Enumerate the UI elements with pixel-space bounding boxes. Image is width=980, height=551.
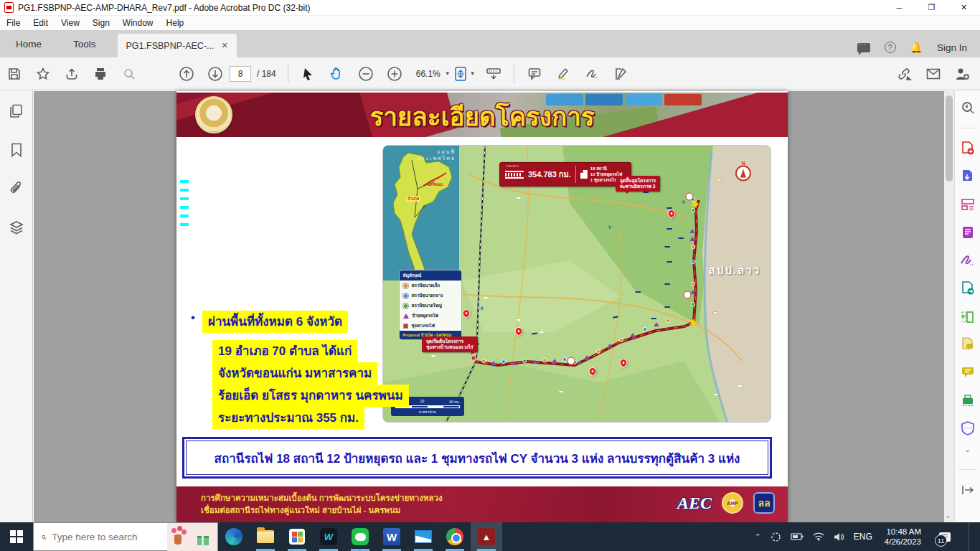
minimize-button[interactable]: ─ xyxy=(883,0,915,16)
fit-dropdown-arrow-icon[interactable]: ▼ xyxy=(470,70,476,77)
fill-sign-icon[interactable] xyxy=(610,63,631,85)
taskbar-edge[interactable] xyxy=(218,522,250,551)
menu-item[interactable]: Help xyxy=(160,17,191,29)
notifications-bell-icon[interactable]: 🔔 xyxy=(910,42,923,53)
tab-tools[interactable]: Tools xyxy=(57,30,112,57)
vertical-scrollbar[interactable]: ⌄ xyxy=(944,91,954,522)
taskbar-store[interactable] xyxy=(281,522,313,551)
teams-tray-icon[interactable] xyxy=(771,532,781,542)
print-icon[interactable] xyxy=(90,63,111,85)
action-center-button[interactable]: 11 xyxy=(930,522,959,551)
tab-close-icon[interactable]: ✕ xyxy=(221,41,227,50)
bridge-side-label xyxy=(716,179,722,182)
menu-item[interactable]: File xyxy=(0,17,27,29)
language-indicator[interactable]: ENG xyxy=(854,532,872,542)
scan-ocr-icon[interactable] xyxy=(960,392,976,408)
page-thumbnails-icon[interactable] xyxy=(9,104,24,118)
station-marker-icon xyxy=(619,338,623,342)
bookmarks-icon[interactable] xyxy=(11,143,22,157)
share-upload-icon[interactable] xyxy=(61,63,83,85)
crop-pages-icon[interactable] xyxy=(960,309,976,324)
link-share-icon[interactable] xyxy=(894,63,915,85)
sign-in-button[interactable]: Sign In xyxy=(937,42,967,53)
previous-page-icon[interactable] xyxy=(176,63,197,85)
more-tools-chevron-icon[interactable]: ⌄ xyxy=(960,441,976,457)
menu-item[interactable]: Sign xyxy=(86,17,116,29)
zoom-in-icon[interactable] xyxy=(384,63,405,85)
search-seasonal-image[interactable] xyxy=(167,523,217,551)
show-desktop-strip[interactable] xyxy=(969,522,973,551)
next-page-icon[interactable] xyxy=(204,63,226,85)
taskbar-word[interactable]: W xyxy=(376,522,407,551)
send-for-comments-icon[interactable] xyxy=(960,281,976,296)
station-marker-icon xyxy=(501,359,506,364)
station-marker-icon xyxy=(689,237,695,241)
email-icon[interactable] xyxy=(923,63,944,85)
clock[interactable]: 10:48 AM 4/26/2023 xyxy=(885,527,921,547)
organize-pages-icon[interactable] xyxy=(960,197,976,212)
menu-item[interactable]: Edit xyxy=(27,17,55,29)
station-pill-label xyxy=(664,283,670,285)
station-marker-icon xyxy=(691,302,695,306)
menu-item[interactable]: View xyxy=(55,17,86,29)
maximize-button[interactable]: ❐ xyxy=(915,0,948,16)
taskbar-file-explorer[interactable] xyxy=(250,522,281,551)
wifi-icon[interactable] xyxy=(813,532,824,541)
tab-document[interactable]: PG1.FSBPNP-AEC-... ✕ xyxy=(118,34,237,57)
save-icon[interactable] xyxy=(4,63,25,85)
start-button[interactable] xyxy=(0,522,33,551)
tab-home[interactable]: Home xyxy=(0,30,57,57)
intro-line xyxy=(180,197,189,200)
taskbar-webex[interactable]: W xyxy=(313,522,344,551)
menu-item[interactable]: Window xyxy=(116,17,160,29)
battery-icon[interactable] xyxy=(791,532,804,541)
station-marker-icon xyxy=(666,319,670,323)
taskbar-line[interactable] xyxy=(344,522,376,551)
intro-line xyxy=(180,215,189,217)
distance-banner: ระยะทาง 354.783 กม. 18 สถานี 12 ป้ายหยุด… xyxy=(499,162,631,187)
select-tool-icon[interactable] xyxy=(298,63,319,85)
hand-tool-icon[interactable] xyxy=(326,63,348,85)
star-icon[interactable] xyxy=(32,63,54,85)
taskbar-mail[interactable] xyxy=(407,522,439,551)
volume-icon[interactable] xyxy=(834,532,844,542)
sign-pen-icon[interactable] xyxy=(581,63,603,85)
page-scrolling-icon[interactable] xyxy=(483,63,504,85)
export-pdf-icon[interactable] xyxy=(960,169,976,184)
close-button[interactable]: ✕ xyxy=(948,0,980,16)
open-tools-panel-icon[interactable] xyxy=(960,482,976,498)
page-total-label: / 184 xyxy=(257,69,276,79)
line-icon xyxy=(352,528,369,545)
document-viewport[interactable]: รายละเอียดโครงการ • ผ่านพื้นที่ทั้งหมด 6… xyxy=(34,91,944,522)
layers-icon[interactable] xyxy=(9,220,24,235)
comment-document-icon[interactable] xyxy=(960,336,976,352)
highlighter-icon[interactable] xyxy=(552,63,574,85)
help-icon[interactable]: ? xyxy=(885,42,896,53)
page-title: รายละเอียดโครงการ xyxy=(176,97,788,136)
taskbar-search[interactable]: ⌕ xyxy=(33,522,218,551)
protect-icon[interactable] xyxy=(960,420,976,436)
comments-icon[interactable] xyxy=(960,364,976,380)
tray-chevron-icon[interactable]: ⌃ xyxy=(755,532,761,542)
search-icon[interactable] xyxy=(118,63,140,85)
scrollbar-thumb[interactable] xyxy=(946,95,953,182)
zoom-level-value[interactable]: 66.1% xyxy=(416,69,440,79)
send-signature-person-icon[interactable] xyxy=(951,63,973,85)
comment-icon[interactable] xyxy=(524,63,545,85)
search-document-icon[interactable] xyxy=(960,100,976,116)
feedback-icon[interactable] xyxy=(857,43,870,52)
edit-pdf-icon[interactable] xyxy=(960,225,976,240)
taskbar-acrobat[interactable]: ▲ xyxy=(471,522,502,551)
search-input[interactable] xyxy=(52,532,145,542)
fill-and-sign-icon[interactable] xyxy=(960,253,976,268)
fit-page-icon[interactable]: ▼ xyxy=(454,63,476,85)
zoom-dropdown-arrow-icon[interactable]: ▼ xyxy=(445,70,451,77)
attachments-paperclip-icon[interactable] xyxy=(10,182,23,196)
scroll-down-chevron-icon[interactable]: ⌄ xyxy=(945,512,951,519)
page-number-input[interactable] xyxy=(230,66,251,82)
create-pdf-icon[interactable] xyxy=(960,141,976,156)
taskbar-chrome[interactable] xyxy=(439,522,471,551)
zoom-out-icon[interactable] xyxy=(355,63,377,85)
project-start-callout: จุดเริ่มต้นโครงการ ชุมทางบ้านหนองแวงไร่ xyxy=(422,336,478,352)
date-label: 4/26/2023 xyxy=(885,537,921,547)
